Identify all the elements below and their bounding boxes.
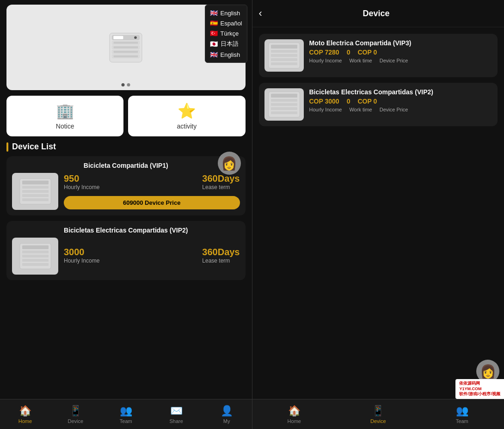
lang-japanese[interactable]: 🇯🇵 日本語 — [210, 38, 242, 49]
svg-rect-32 — [271, 99, 297, 102]
right-nav-team[interactable]: 👥 Team — [420, 399, 504, 429]
nav-my-label: My — [223, 418, 230, 424]
svg-rect-13 — [22, 181, 49, 184]
right-nav-device-label: Device — [370, 418, 386, 424]
right-d2-income-label: Hourly Income — [309, 107, 342, 112]
right-d2-price-label: Device Price — [380, 107, 408, 112]
device-2-income-label: Hourly Income — [64, 257, 99, 264]
svg-rect-28 — [271, 58, 297, 61]
my-icon: 👤 — [221, 405, 233, 417]
device-card-vip1[interactable]: 👩 Bicicleta Compartida (VIP1) — [6, 156, 246, 215]
device-thumb-1 — [12, 173, 58, 210]
device-card-1-body: 950 Hourly Income 360Days Lease term 609… — [12, 173, 240, 210]
right-device-2-labels: Hourly Income Work time Device Price — [309, 107, 492, 112]
device-list-section: Device List 👩 Bicicleta Compartida (VIP1… — [0, 142, 252, 399]
right-header: ‹ Device — [252, 0, 504, 27]
right-team-icon: 👥 — [456, 405, 468, 417]
device-2-income-val: 3000 — [64, 247, 99, 257]
right-bottom-nav: 🏠 Home 📱 Device 👥 Team — [252, 399, 504, 429]
home-icon: 🏠 — [19, 405, 31, 417]
nav-my[interactable]: 👤 My — [202, 399, 252, 429]
right-d1-price-val: COP 0 — [357, 49, 377, 56]
notice-button[interactable]: 🏢 Notice — [6, 96, 123, 136]
svg-rect-8 — [114, 46, 138, 48]
svg-rect-17 — [22, 198, 49, 201]
nav-team-label: Team — [120, 418, 132, 424]
right-content: Moto Electrica Compartida (VIP3) COP 728… — [252, 27, 504, 399]
svg-rect-25 — [271, 45, 297, 49]
device-1-income-label: Hourly Income — [64, 184, 99, 190]
right-d2-work-label: Work time — [349, 107, 372, 112]
device-2-info: 3000 Hourly Income 360Days Lease term — [64, 247, 240, 266]
device-2-lease-label: Lease term — [202, 257, 240, 264]
language-dropdown[interactable]: 🇬🇧 English 🇪🇸 Español 🇹🇷 Türkçe 🇯🇵 日本語 🇬… — [205, 5, 247, 63]
device-card-2-body: 3000 Hourly Income 360Days Lease term — [12, 238, 240, 275]
lang-english[interactable]: 🇬🇧 English — [210, 8, 242, 18]
svg-rect-20 — [22, 251, 49, 253]
right-device-1-info: Moto Electrica Compartida (VIP3) COP 728… — [309, 39, 492, 65]
section-bar — [6, 142, 8, 152]
right-nav-device[interactable]: 📱 Device — [336, 399, 420, 429]
dot-2 — [127, 83, 130, 86]
lang-turkish[interactable]: 🇹🇷 Türkçe — [210, 28, 242, 38]
right-d1-price-label: Device Price — [380, 58, 408, 63]
back-button[interactable]: ‹ — [259, 7, 262, 19]
quick-actions: 🏢 Notice ⭐ activity — [6, 96, 246, 136]
left-bottom-nav: 🏠 Home 📱 Device 👥 Team ✉️ Share 👤 My — [0, 399, 252, 429]
nav-share-label: Share — [169, 418, 183, 424]
svg-rect-9 — [114, 51, 138, 53]
device-card-2-name: Bicicletas Electricas Compartidas (VIP2) — [12, 227, 240, 234]
right-device-thumb-2 — [264, 88, 304, 121]
right-device-icon: 📱 — [372, 405, 384, 417]
right-nav-home[interactable]: 🏠 Home — [252, 399, 337, 429]
svg-rect-23 — [22, 263, 49, 266]
watermark: 依依源码网 Y1YM.COM 软件/游戏/小程序/视频 — [455, 379, 504, 399]
nav-home[interactable]: 🏠 Home — [0, 399, 50, 429]
right-d1-income-val: COP 7280 — [309, 49, 339, 56]
right-device-thumb-1 — [264, 39, 304, 72]
lang-espanol[interactable]: 🇪🇸 Español — [210, 18, 242, 28]
right-d2-income-val: COP 3000 — [309, 98, 339, 105]
device-1-info: 950 Hourly Income 360Days Lease term 609… — [64, 173, 240, 209]
device-card-1-name: Bicicleta Compartida (VIP1) — [12, 162, 240, 169]
activity-button[interactable]: ⭐ activity — [128, 96, 245, 136]
right-device-1-name: Moto Electrica Compartida (VIP3) — [309, 39, 492, 47]
svg-rect-33 — [271, 103, 297, 106]
nav-share[interactable]: ✉️ Share — [151, 399, 202, 429]
right-device-card-vip3[interactable]: Moto Electrica Compartida (VIP3) COP 728… — [259, 34, 498, 77]
section-title: Device List — [6, 142, 246, 152]
left-panel: 🇬🇧 English 🇪🇸 Español 🇹🇷 Türkçe 🇯🇵 日本語 🇬… — [0, 0, 252, 429]
right-d1-work-val: 0 — [347, 49, 350, 56]
device-1-price-btn[interactable]: 609000 Device Price — [64, 196, 240, 209]
device-icon: 📱 — [69, 405, 82, 417]
hero-pagination — [122, 83, 130, 86]
device-1-lease-val: 360Days — [202, 173, 240, 184]
right-device-2-name: Bicicletas Electricas Compartidas (VIP2) — [309, 88, 492, 96]
nav-device[interactable]: 📱 Device — [50, 399, 101, 429]
svg-point-11 — [134, 36, 137, 39]
right-d2-price-val: COP 0 — [357, 98, 377, 105]
dot-1 — [122, 83, 125, 86]
device-2-stats: 3000 Hourly Income 360Days Lease term — [64, 247, 240, 264]
svg-rect-16 — [22, 194, 49, 197]
device-1-stats: 950 Hourly Income 360Days Lease term — [64, 173, 240, 190]
right-device-2-stats: COP 3000 0 COP 0 — [309, 98, 492, 105]
right-nav-team-label: Team — [456, 418, 468, 424]
right-device-card-vip2[interactable]: Bicicletas Electricas Compartidas (VIP2)… — [259, 83, 498, 126]
device-2-lease-val: 360Days — [202, 247, 240, 257]
device-card-vip2[interactable]: Bicicletas Electricas Compartidas (VIP2) — [6, 221, 246, 280]
right-d1-income-label: Hourly Income — [309, 58, 342, 63]
nav-team[interactable]: 👥 Team — [101, 399, 151, 429]
support-avatar-1: 👩 — [218, 152, 241, 175]
svg-rect-19 — [22, 245, 49, 249]
nav-device-label: Device — [68, 418, 84, 424]
right-device-2-info: Bicicletas Electricas Compartidas (VIP2)… — [309, 88, 492, 114]
lang-english2[interactable]: 🇬🇧 English — [210, 49, 242, 60]
notice-icon: 🏢 — [56, 102, 74, 120]
svg-rect-34 — [271, 107, 297, 110]
share-icon: ✉️ — [170, 405, 183, 417]
svg-rect-27 — [271, 54, 297, 57]
svg-rect-31 — [271, 94, 297, 98]
device-1-income-val: 950 — [64, 173, 99, 184]
device-list-title: Device List — [12, 142, 56, 152]
